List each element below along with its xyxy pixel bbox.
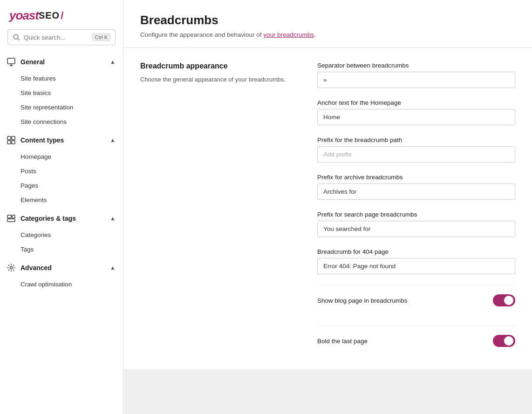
nav-item-elements[interactable]: Elements	[20, 193, 123, 207]
yoast-logo: yoast SEO /	[9, 8, 63, 23]
nav-item-site-basics[interactable]: Site basics	[20, 86, 123, 100]
nav-section-categories: Categories & tags ▲ Categories Tags	[0, 209, 123, 257]
nav-item-site-features[interactable]: Site features	[20, 71, 123, 86]
monitor-icon	[7, 57, 16, 67]
toggle-row-show-blog: Show blog page in breadcrumbs ✓	[317, 285, 515, 315]
nav-item-categories[interactable]: Categories	[20, 228, 123, 242]
label-bold-last: Bold the last page	[317, 338, 368, 345]
logo-slash-text: /	[61, 10, 63, 22]
label-prefix-archive: Prefix for archive breadcrumbs	[317, 174, 515, 181]
input-anchor-text[interactable]	[317, 109, 515, 125]
logo-yoast-text: yoast	[9, 8, 39, 23]
nav-section-advanced: Advanced ▲ Crawl optimisation	[0, 258, 123, 292]
search-icon	[13, 34, 20, 41]
advanced-icon	[7, 263, 16, 272]
page-subtitle: Configure the appearance and behaviour o…	[140, 31, 515, 38]
nav-item-site-connections[interactable]: Site connections	[20, 115, 123, 129]
nav-section-content-header[interactable]: Content types ▲	[0, 131, 123, 149]
label-show-blog: Show blog page in breadcrumbs	[317, 297, 408, 304]
svg-point-12	[10, 267, 13, 269]
input-prefix-search[interactable]	[317, 221, 515, 237]
toggle-bold-check-icon: ✓	[507, 338, 512, 344]
categories-chevron: ▲	[110, 215, 116, 222]
general-chevron: ▲	[110, 59, 116, 65]
nav-item-homepage[interactable]: Homepage	[20, 149, 123, 164]
content-types-chevron: ▲	[110, 137, 116, 143]
field-prefix-search: Prefix for search page breadcrumbs	[317, 211, 515, 237]
breadcrumb-appearance-section: Breadcrumb appearance Choose the general…	[123, 48, 532, 369]
content-types-sub-items: Homepage Posts Pages Elements	[0, 149, 123, 207]
nav-item-site-representation[interactable]: Site representation	[20, 100, 123, 115]
input-prefix-archive[interactable]	[317, 183, 515, 200]
advanced-sub-items: Crawl optimisation	[0, 277, 123, 292]
nav-section-advanced-header[interactable]: Advanced ▲	[0, 258, 123, 277]
content-types-icon	[7, 136, 16, 145]
svg-rect-9	[7, 215, 11, 218]
svg-rect-2	[7, 58, 15, 64]
nav-section-content-types: Content types ▲ Homepage Posts Pages Ele…	[0, 131, 123, 207]
advanced-chevron: ▲	[110, 265, 116, 271]
nav-item-posts[interactable]: Posts	[20, 164, 123, 178]
section-title: Breadcrumb appearance	[140, 62, 299, 70]
main-content: Breadcrumbs Configure the appearance and…	[123, 0, 532, 414]
breadcrumbs-link[interactable]: your breadcrumbs	[263, 31, 314, 38]
toggle-bold-last[interactable]: ✓	[493, 335, 515, 347]
form-left-description: Breadcrumb appearance Choose the general…	[140, 62, 299, 355]
svg-rect-10	[7, 219, 15, 222]
svg-rect-8	[12, 141, 15, 144]
field-separator: Separator between breadcrumbs	[317, 62, 515, 88]
input-prefix-path[interactable]	[317, 146, 515, 163]
search-placeholder-text: Quick search...	[24, 34, 89, 41]
input-separator[interactable]	[317, 72, 515, 88]
nav-general-label: General	[20, 58, 105, 66]
search-shortcut: Ctrl K	[92, 34, 111, 41]
field-anchor-text: Anchor text for the Homepage	[317, 99, 515, 125]
categories-sub-items: Categories Tags	[0, 228, 123, 257]
svg-rect-11	[12, 215, 15, 218]
field-prefix-archive: Prefix for archive breadcrumbs	[317, 174, 515, 200]
nav-categories-label: Categories & tags	[20, 215, 105, 222]
input-404-breadcrumb[interactable]	[317, 258, 515, 274]
logo-area: yoast SEO /	[0, 0, 123, 29]
nav-section-categories-header[interactable]: Categories & tags ▲	[0, 209, 123, 228]
nav-advanced-label: Advanced	[20, 264, 105, 271]
sidebar: yoast SEO / Quick search... Ctrl K Ge	[0, 0, 123, 414]
nav-section-general-header[interactable]: General ▲	[0, 53, 123, 71]
label-prefix-search: Prefix for search page breadcrumbs	[317, 211, 515, 218]
svg-rect-6	[12, 136, 15, 140]
nav-item-tags[interactable]: Tags	[20, 242, 123, 257]
label-prefix-path: Prefix for the breadcrumb path	[317, 136, 515, 143]
categories-icon	[7, 214, 16, 223]
logo-seo-text: SEO	[39, 10, 60, 21]
section-desc: Choose the general appearance of your br…	[140, 75, 299, 84]
svg-line-1	[18, 39, 20, 41]
field-404-breadcrumb: Breadcrumb for 404 page	[317, 248, 515, 274]
search-bar[interactable]: Quick search... Ctrl K	[7, 29, 116, 45]
subtitle-period: .	[314, 31, 316, 38]
nav-item-pages[interactable]: Pages	[20, 178, 123, 193]
general-sub-items: Site features Site basics Site represent…	[0, 71, 123, 129]
field-prefix-path: Prefix for the breadcrumb path	[317, 136, 515, 163]
form-right-fields: Separator between breadcrumbs Anchor tex…	[317, 62, 515, 355]
toggle-check-icon: ✓	[507, 297, 512, 304]
page-title: Breadcrumbs	[140, 13, 515, 27]
page-header: Breadcrumbs Configure the appearance and…	[123, 0, 532, 48]
nav-content-types-label: Content types	[20, 136, 105, 144]
toggle-row-bold-last: Bold the last page ✓	[317, 326, 515, 355]
svg-rect-7	[7, 141, 11, 144]
nav-item-crawl-optimisation[interactable]: Crawl optimisation	[20, 277, 123, 292]
label-404-breadcrumb: Breadcrumb for 404 page	[317, 248, 515, 255]
label-separator: Separator between breadcrumbs	[317, 62, 515, 69]
label-anchor-text: Anchor text for the Homepage	[317, 99, 515, 106]
nav-section-general: General ▲ Site features Site basics Site…	[0, 53, 123, 129]
toggle-show-blog[interactable]: ✓	[493, 294, 515, 306]
subtitle-text: Configure the appearance and behaviour o…	[140, 31, 263, 38]
svg-rect-5	[7, 136, 11, 140]
